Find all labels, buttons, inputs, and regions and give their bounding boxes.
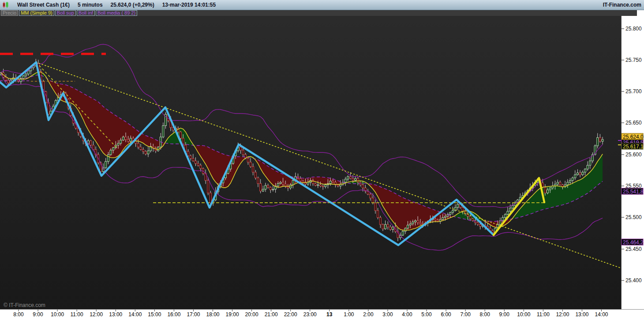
title-bar: Wall Street Cash (1€) 5 minutos 25.624,0… (0, 0, 644, 10)
svg-text:25.750: 25.750 (625, 57, 642, 63)
svg-text:25.464,2: 25.464,2 (623, 239, 644, 246)
datetime-label: 13-mar-2019 14:01:55 (162, 2, 216, 8)
svg-text:8:00: 8:00 (13, 311, 24, 318)
svg-text:23:00: 23:00 (303, 311, 317, 318)
svg-text:11:00: 11:00 (71, 311, 83, 318)
svg-text:6:00: 6:00 (441, 311, 451, 318)
svg-text:16:00: 16:00 (167, 311, 180, 318)
price-tag-boll-inf: 25.464,2 (622, 239, 644, 246)
svg-text:7:00: 7:00 (460, 311, 471, 318)
svg-text:19:00: 19:00 (226, 311, 239, 318)
trading-app-window: { "header": { "instrument": "Wall Street… (0, 0, 644, 318)
svg-text:25.541,8: 25.541,8 (623, 189, 644, 195)
svg-text:10:00: 10:00 (517, 311, 530, 318)
svg-text:14:00: 14:00 (595, 311, 608, 318)
price-tag-last: 25.624,0 (622, 133, 644, 140)
svg-text:13:00: 13:00 (575, 311, 588, 318)
svg-text:10:00: 10:00 (51, 311, 64, 318)
svg-text:25.600: 25.600 (625, 151, 642, 158)
svg-text:11:00: 11:00 (537, 311, 550, 318)
indicator-button-precio[interactable]: Precio (1, 10, 18, 16)
svg-text:2:00: 2:00 (363, 311, 374, 318)
svg-text:25.617,1: 25.617,1 (623, 144, 644, 150)
plot-background (0, 16, 621, 309)
svg-text:18:00: 18:00 (206, 311, 219, 318)
svg-text:22:00: 22:00 (284, 311, 297, 318)
svg-text:25.650: 25.650 (625, 120, 642, 126)
svg-text:20:00: 20:00 (245, 311, 258, 318)
svg-text:4:00: 4:00 (402, 311, 412, 318)
svg-text:15:00: 15:00 (148, 311, 161, 318)
svg-text:12:00: 12:00 (90, 311, 103, 318)
chart-canvas[interactable]: © IT-Finance.com25.80025.75025.70025.650… (0, 0, 644, 318)
svg-text:13:00: 13:00 (109, 311, 122, 318)
svg-text:25.800: 25.800 (625, 26, 642, 32)
svg-text:5:00: 5:00 (421, 311, 432, 318)
svg-text:25.700: 25.700 (625, 88, 642, 95)
svg-text:14:00: 14:00 (128, 311, 142, 318)
svg-text:25.450: 25.450 (625, 246, 642, 252)
svg-text:13: 13 (326, 311, 333, 318)
price-tag-mm9: 25.617,1 (622, 143, 644, 150)
svg-text:21:00: 21:00 (265, 311, 278, 318)
indicator-button-boll-inf[interactable]: Boll inf (77, 10, 95, 16)
instrument-name: Wall Street Cash (1€) (17, 2, 70, 8)
indicator-toolbar: PrecioMM (Simple 9)Boll supBoll infBoll … (0, 10, 637, 16)
watermark: © IT-Finance.com (4, 302, 45, 308)
quote-change: 25.624,0 (+0,29%) (111, 2, 154, 8)
brand-link[interactable]: IT-Finance.com (603, 2, 641, 8)
candlestick-icon (2, 1, 9, 8)
svg-text:12:00: 12:00 (556, 311, 569, 318)
svg-text:3:00: 3:00 (382, 311, 393, 318)
indicator-button-boll-media-89-2[interactable]: Boll media ( 89 2) (96, 10, 137, 16)
svg-text:9:00: 9:00 (499, 311, 510, 318)
svg-text:1:00: 1:00 (344, 311, 354, 318)
svg-text:25.500: 25.500 (625, 214, 642, 220)
svg-text:17:00: 17:00 (187, 311, 200, 318)
indicator-button-boll-sup[interactable]: Boll sup (55, 10, 76, 16)
svg-text:25.400: 25.400 (625, 277, 642, 284)
price-tag-boll-media: 25.541,8 (622, 188, 644, 195)
svg-text:8:00: 8:00 (480, 311, 490, 318)
timeframe-label: 5 minutos (78, 2, 103, 8)
indicator-button-mm-simple-9[interactable]: MM (Simple 9) (19, 10, 54, 16)
svg-text:9:00: 9:00 (33, 311, 43, 318)
axis-corner (637, 10, 644, 16)
svg-text:25.624,0: 25.624,0 (623, 134, 644, 140)
